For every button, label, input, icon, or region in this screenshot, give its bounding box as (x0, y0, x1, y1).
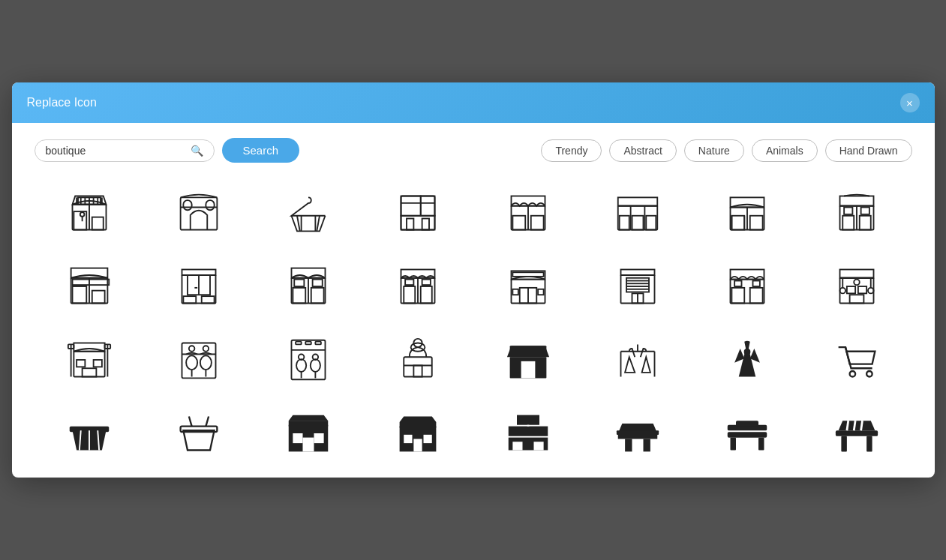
svg-rect-26 (511, 196, 545, 206)
search-container: 🔍 Search (35, 138, 300, 163)
icon-store-row2-1[interactable] (35, 250, 144, 323)
svg-rect-160 (181, 427, 218, 433)
svg-marker-163 (289, 415, 329, 421)
icon-store-row2-3[interactable] (254, 250, 363, 323)
svg-point-124 (189, 346, 195, 352)
close-button[interactable]: × (900, 93, 920, 112)
icon-chef-box[interactable] (363, 323, 473, 397)
svg-point-136 (296, 359, 306, 372)
icon-store-building-2[interactable] (363, 397, 473, 470)
svg-rect-101 (753, 281, 760, 287)
svg-rect-87 (620, 270, 654, 276)
svg-rect-98 (732, 288, 745, 304)
modal-title: Replace Icon (27, 96, 97, 109)
icon-arch-building[interactable] (144, 176, 254, 250)
svg-marker-148 (507, 346, 549, 357)
svg-rect-97 (731, 270, 764, 280)
toolbar: 🔍 Search Trendy Abstract Nature Animals … (35, 138, 912, 163)
icon-basket-2[interactable] (144, 397, 254, 470)
icon-dress-hanger[interactable] (254, 176, 363, 250)
icon-store-scallop[interactable] (473, 176, 583, 250)
svg-rect-77 (406, 280, 414, 286)
svg-rect-170 (404, 435, 413, 443)
search-input-wrap: 🔍 (35, 139, 215, 162)
svg-point-139 (311, 359, 320, 372)
icon-store-row2-7[interactable] (692, 250, 802, 323)
svg-rect-185 (731, 438, 737, 451)
icon-dress-solid[interactable] (692, 323, 802, 397)
icon-store-classic[interactable] (802, 176, 911, 250)
svg-rect-78 (422, 280, 431, 286)
svg-rect-141 (404, 357, 433, 376)
svg-rect-145 (414, 366, 422, 377)
svg-line-193 (847, 421, 848, 430)
svg-rect-84 (512, 289, 518, 295)
svg-point-126 (186, 355, 197, 370)
icon-store-fancy[interactable] (802, 250, 911, 323)
icon-store-row2-4[interactable] (363, 250, 473, 323)
icon-store-row2-5[interactable] (473, 250, 583, 323)
filter-tag-trendy[interactable]: Trendy (541, 139, 602, 162)
svg-rect-35 (620, 216, 629, 230)
icon-mannequin-window[interactable] (144, 323, 254, 397)
svg-rect-75 (404, 286, 416, 304)
svg-rect-70 (294, 280, 304, 286)
svg-rect-149 (521, 361, 535, 379)
svg-rect-166 (303, 438, 314, 452)
icon-store-glass[interactable] (144, 250, 254, 323)
icon-store-shutter[interactable] (583, 250, 692, 323)
icon-shopping-cart[interactable] (802, 323, 911, 397)
svg-rect-168 (400, 422, 437, 428)
icon-mannequins-2[interactable] (254, 323, 363, 397)
svg-rect-186 (758, 438, 764, 451)
svg-rect-29 (530, 216, 543, 230)
icon-boutique-store[interactable] (35, 176, 144, 250)
icon-store-lanterns[interactable] (35, 323, 144, 397)
svg-point-112 (854, 280, 860, 286)
svg-rect-22 (407, 219, 413, 230)
icon-store-building-1[interactable] (254, 397, 363, 470)
icon-basket-1[interactable] (35, 397, 144, 470)
icon-store-grid[interactable] (363, 176, 473, 250)
icon-store-billboard[interactable] (473, 397, 583, 470)
filter-tag-hand-drawn[interactable]: Hand Drawn (825, 139, 912, 162)
svg-rect-83 (512, 272, 543, 277)
svg-rect-189 (836, 430, 878, 436)
icon-store-solid[interactable] (473, 323, 583, 397)
modal-overlay: Replace Icon × 🔍 Search Trendy Abstract … (0, 0, 946, 560)
svg-rect-54 (72, 286, 86, 304)
svg-rect-55 (92, 291, 104, 304)
svg-rect-111 (850, 295, 864, 303)
icon-store-awning-top[interactable] (692, 176, 802, 250)
search-button[interactable]: Search (222, 138, 300, 163)
svg-point-154 (850, 371, 856, 377)
svg-rect-28 (512, 216, 525, 230)
svg-rect-162 (289, 421, 329, 427)
svg-rect-37 (646, 216, 656, 230)
icon-clothing-rack[interactable] (583, 323, 692, 397)
icons-area (35, 176, 912, 470)
svg-rect-47 (843, 216, 854, 230)
filter-tag-animals[interactable]: Animals (752, 139, 818, 162)
svg-rect-113 (74, 352, 104, 377)
svg-rect-16 (206, 200, 214, 210)
search-input[interactable] (46, 145, 188, 157)
filter-tag-nature[interactable]: Nature (684, 139, 744, 162)
svg-point-128 (200, 355, 212, 370)
svg-rect-69 (311, 288, 324, 304)
svg-line-195 (861, 421, 863, 430)
filter-tag-abstract[interactable]: Abstract (609, 139, 676, 162)
icons-grid (35, 176, 912, 470)
svg-rect-134 (316, 342, 322, 345)
svg-rect-109 (847, 286, 855, 293)
icon-awning-solid[interactable] (583, 397, 692, 470)
svg-rect-36 (632, 216, 643, 230)
icon-store-wide[interactable] (583, 176, 692, 250)
svg-rect-76 (421, 286, 432, 304)
svg-rect-71 (313, 280, 323, 286)
svg-rect-68 (293, 288, 306, 304)
icon-awning-standalone[interactable] (802, 397, 911, 470)
icon-bench-solid[interactable] (692, 397, 802, 470)
svg-rect-19 (401, 196, 421, 216)
svg-rect-133 (305, 342, 311, 345)
